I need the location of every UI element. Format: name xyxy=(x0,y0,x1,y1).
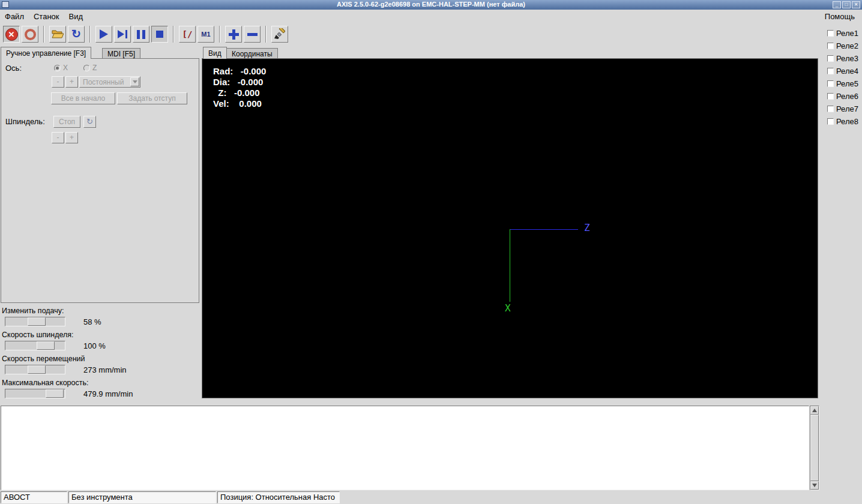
tab-dro[interactable]: Координаты xyxy=(226,48,278,58)
scroll-up-icon[interactable] xyxy=(810,406,819,415)
pause-button[interactable] xyxy=(133,26,149,43)
relay-label: Реле5 xyxy=(836,79,858,88)
scrollbar-thumb[interactable] xyxy=(810,415,819,481)
touch-off-button[interactable]: Задать отступ xyxy=(117,92,187,104)
checkbox-icon xyxy=(827,68,834,74)
jog-plus-button[interactable]: + xyxy=(65,76,78,88)
toolbar-separator xyxy=(265,26,267,43)
estop-icon: ✕ xyxy=(5,28,18,41)
open-file-button[interactable] xyxy=(49,26,66,43)
spindle-stop-button[interactable]: Стоп xyxy=(53,116,80,128)
statusbar: АВОСТ Без инструмента Позиция: Относител… xyxy=(0,491,862,503)
gcode-listing[interactable] xyxy=(1,406,809,490)
menu-machine[interactable]: Станок xyxy=(29,10,64,23)
stop-icon xyxy=(156,31,163,38)
reload-button[interactable]: ↻ xyxy=(68,26,85,43)
jog-mode-combobox[interactable]: Постоянный xyxy=(79,76,140,88)
clear-plot-brush-icon xyxy=(274,28,286,40)
spindle-override-slider[interactable] xyxy=(5,341,65,350)
z-axis-label: Z xyxy=(584,222,590,233)
close-button[interactable]: ✕ xyxy=(852,1,860,8)
jog-speed-slider[interactable] xyxy=(5,365,65,374)
reload-icon: ↻ xyxy=(71,28,81,40)
position-readout: Rad: -0.000 Dia: -0.000 Z: -0.000 Vel: 0… xyxy=(213,66,266,109)
chevron-down-icon[interactable] xyxy=(130,77,139,86)
zoom-in-button[interactable] xyxy=(225,26,242,43)
relay-label: Реле3 xyxy=(836,54,858,63)
radio-icon xyxy=(83,65,90,71)
gcode-scrollbar[interactable] xyxy=(810,406,819,490)
checkbox-icon xyxy=(827,30,834,37)
step-button[interactable] xyxy=(114,26,131,43)
slider-handle[interactable] xyxy=(28,317,46,326)
relay-checkbox-3[interactable]: Реле3 xyxy=(827,53,858,63)
optional-stop-icon: M1 xyxy=(201,31,210,38)
feed-override-slider[interactable] xyxy=(5,317,65,326)
machine-power-button[interactable] xyxy=(22,26,38,43)
zoom-out-button[interactable] xyxy=(244,26,261,43)
titlebar: AXIS 2.5.0-62-g2e08698 on EMC-HAL-STEP-M… xyxy=(0,0,862,10)
menu-view[interactable]: Вид xyxy=(64,10,88,23)
relay-label: Реле6 xyxy=(836,92,858,101)
spindle-override-group: Скорость шпинделя: 100 % xyxy=(0,331,199,350)
checkbox-icon xyxy=(827,80,834,87)
jog-minus-button[interactable]: - xyxy=(52,76,64,88)
spindle-override-value: 100 % xyxy=(83,341,106,350)
run-button[interactable] xyxy=(95,26,112,43)
open-folder-icon xyxy=(52,29,64,39)
axis-radio-x[interactable]: X xyxy=(54,64,68,72)
checkbox-icon xyxy=(827,106,834,112)
checkbox-icon xyxy=(827,55,834,62)
readout-line-dia: Dia: -0.000 xyxy=(213,77,266,88)
step-icon xyxy=(118,30,127,38)
preview-canvas[interactable]: Rad: -0.000 Dia: -0.000 Z: -0.000 Vel: 0… xyxy=(202,59,818,398)
block-delete-button[interactable]: [/ xyxy=(179,26,196,43)
menu-help[interactable]: Помощь xyxy=(820,10,860,23)
clear-plot-button[interactable] xyxy=(271,26,288,43)
tab-preview[interactable]: Вид xyxy=(203,47,227,59)
checkbox-icon xyxy=(827,118,834,125)
jog-speed-value: 273 mm/min xyxy=(83,365,127,374)
slider-handle[interactable] xyxy=(37,341,55,350)
feed-override-group: Изменить подачу: 58 % xyxy=(0,307,199,326)
max-speed-slider[interactable] xyxy=(5,389,65,398)
readout-line-z: Z: -0.000 xyxy=(213,88,266,98)
jog-speed-group: Скорость перемещений 273 mm/min xyxy=(0,355,199,374)
slider-handle[interactable] xyxy=(28,365,46,374)
relay-label: Реле8 xyxy=(836,117,858,126)
menu-file[interactable]: Файл xyxy=(0,10,29,23)
feed-override-value: 58 % xyxy=(83,317,101,326)
relay-checkbox-7[interactable]: Реле7 xyxy=(827,104,858,113)
toolbar-separator xyxy=(173,26,174,43)
spindle-minus-button[interactable]: - xyxy=(52,132,64,143)
status-estop: АВОСТ xyxy=(1,491,67,503)
spindle-plus-button[interactable]: + xyxy=(65,132,78,143)
relay-checkbox-4[interactable]: Реле4 xyxy=(827,66,858,76)
minimize-button[interactable]: _ xyxy=(833,1,841,8)
pause-icon xyxy=(137,30,145,39)
home-all-button[interactable]: Все в начало xyxy=(51,92,115,104)
relay-checkbox-2[interactable]: Реле2 xyxy=(827,41,858,50)
tab-manual-control[interactable]: Ручное управление [F3] xyxy=(1,47,91,59)
stop-button[interactable] xyxy=(151,26,168,43)
axis-radio-z[interactable]: Z xyxy=(83,64,97,72)
maximize-button[interactable]: □ xyxy=(842,1,851,8)
toolbar-separator xyxy=(219,26,220,43)
spindle-clockwise-button[interactable]: ↻ xyxy=(83,116,96,128)
scroll-down-icon[interactable] xyxy=(810,481,819,490)
tab-mdi[interactable]: MDI [F5] xyxy=(102,48,140,58)
relay-checkbox-6[interactable]: Реле6 xyxy=(827,91,858,101)
relay-checkbox-8[interactable]: Реле8 xyxy=(827,116,858,126)
toolbar-separator xyxy=(43,26,44,43)
toolbar: ✕ ↻ [/ M1 xyxy=(0,23,862,46)
status-tool: Без инструмента xyxy=(68,491,216,503)
relay-checkbox-1[interactable]: Реле1 xyxy=(827,28,858,38)
run-icon xyxy=(100,29,108,39)
estop-button[interactable]: ✕ xyxy=(3,26,20,43)
optional-stop-button[interactable]: M1 xyxy=(197,26,214,43)
spindle-override-label: Скорость шпинделя: xyxy=(0,331,199,340)
relay-checkbox-5[interactable]: Реле5 xyxy=(827,79,858,88)
max-speed-group: Максимальная скорость: 479.9 mm/min xyxy=(0,379,199,398)
slider-handle[interactable] xyxy=(46,389,64,398)
radio-icon xyxy=(54,65,61,71)
